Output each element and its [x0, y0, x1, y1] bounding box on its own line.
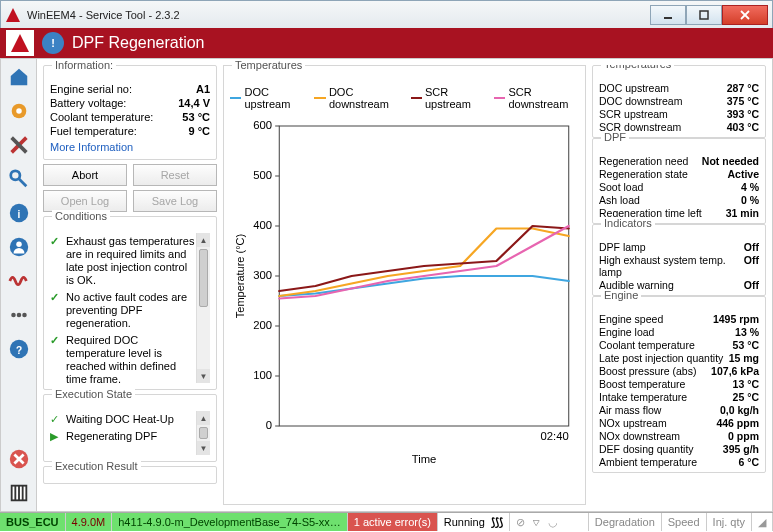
- svg-text:400: 400: [253, 219, 272, 231]
- more-information-link[interactable]: More Information: [50, 138, 210, 153]
- status-tab[interactable]: Degradation: [589, 513, 662, 531]
- legend-label: SCR upstream: [425, 86, 484, 110]
- readout-value: Off: [744, 241, 759, 253]
- temperatures-chart-panel: Temperatures DOC upstreamDOC downstreamS…: [223, 65, 586, 505]
- info-value: A1: [196, 83, 210, 95]
- svg-rect-20: [12, 487, 14, 500]
- readout-value: 13 %: [735, 326, 759, 338]
- readout-value: Not needed: [702, 155, 759, 167]
- readout-row: Late post injection quantity15 mg: [599, 351, 759, 364]
- readout-key: SCR upstream: [599, 108, 668, 120]
- sidebar-item-wave[interactable]: [5, 267, 33, 295]
- status-running: Running ⟆⟆⟆: [438, 513, 510, 531]
- sidebar-item-help[interactable]: ?: [5, 335, 33, 363]
- sidebar-item-tools[interactable]: [5, 131, 33, 159]
- scroll-thumb[interactable]: [199, 249, 208, 307]
- execution-state-panel: Execution State ✓Waiting DOC Heat-Up▶Reg…: [43, 394, 217, 462]
- status-errors[interactable]: 1 active error(s): [348, 513, 438, 531]
- sidebar-item-settings[interactable]: [5, 97, 33, 125]
- info-key: Engine serial no:: [50, 83, 132, 95]
- svg-text:200: 200: [253, 319, 272, 331]
- sidebar-item-close[interactable]: [5, 445, 33, 473]
- readout-row: Engine speed1495 rpm: [599, 312, 759, 325]
- legend-swatch: [230, 97, 241, 99]
- svg-rect-23: [23, 487, 25, 500]
- readout-row: DPF lampOff: [599, 240, 759, 253]
- open-log-button[interactable]: Open Log: [43, 190, 127, 212]
- condition-item: ✓No active fault codes are preventing DP…: [50, 289, 196, 332]
- exec-item: ▶Regenerating DPF: [50, 428, 196, 445]
- engine-panel: EngineEngine speed1495 rpmEngine load13 …: [592, 296, 766, 473]
- readout-key: NOx downstream: [599, 430, 680, 442]
- readout-value: Off: [744, 279, 759, 291]
- abort-button[interactable]: Abort: [43, 164, 127, 186]
- exec-run-icon: ▶: [50, 430, 62, 443]
- readout-row: Regeneration needNot needed: [599, 154, 759, 167]
- status-bar: BUS_ECU 4.9.0M h411-4.9.0-m_DevelopmentB…: [0, 512, 773, 531]
- status-icons: ⊘ 🜄 ◡: [510, 513, 589, 531]
- status-resize-grip[interactable]: ◢: [752, 513, 773, 531]
- readout-key: Regeneration need: [599, 155, 688, 167]
- readout-row: DEF dosing quantity395 g/h: [599, 442, 759, 455]
- exec-item: ✓Waiting DOC Heat-Up: [50, 411, 196, 428]
- readout-value: 446 ppm: [716, 417, 759, 429]
- status-bus: BUS_ECU: [0, 513, 66, 531]
- temperatures-panel: TemperaturesDOC upstream287 °CDOC downst…: [592, 65, 766, 138]
- legend-label: DOC downstream: [329, 86, 401, 110]
- readout-row: NOx downstream0 ppm: [599, 429, 759, 442]
- dpf-panel: DPFRegeneration needNot neededRegenerati…: [592, 138, 766, 224]
- readout-row: NOx upstream446 ppm: [599, 416, 759, 429]
- temperatures-legend: Temperatures: [601, 65, 674, 70]
- info-value: 9 °C: [188, 125, 210, 137]
- status-version: 4.9.0M: [66, 513, 113, 531]
- info-key: Fuel temperature:: [50, 125, 137, 137]
- execstate-scrollbar[interactable]: ▲ ▼: [196, 411, 210, 455]
- svg-point-15: [22, 313, 27, 318]
- readout-value: 4 %: [741, 181, 759, 193]
- status-tab[interactable]: Speed: [662, 513, 707, 531]
- readout-key: Coolant temperature: [599, 339, 695, 351]
- chart-legend-title: Temperatures: [232, 59, 305, 71]
- scroll-down-icon[interactable]: ▼: [197, 441, 210, 455]
- scroll-up-icon[interactable]: ▲: [197, 411, 210, 425]
- svg-point-13: [11, 313, 16, 318]
- info-value: 53 °C: [182, 111, 210, 123]
- status-tab[interactable]: Inj. qty: [707, 513, 752, 531]
- readout-key: DPF lamp: [599, 241, 646, 253]
- readout-value: 1495 rpm: [713, 313, 759, 325]
- svg-rect-21: [16, 487, 18, 500]
- conditions-scrollbar[interactable]: ▲ ▼: [196, 233, 210, 383]
- scroll-thumb[interactable]: [199, 427, 208, 439]
- sidebar-item-dots[interactable]: [5, 301, 33, 329]
- page-title: DPF Regeneration: [72, 34, 205, 52]
- readout-key: Late post injection quantity: [599, 352, 723, 364]
- save-log-button[interactable]: Save Log: [133, 190, 217, 212]
- svg-text:600: 600: [253, 119, 272, 131]
- scroll-up-icon[interactable]: ▲: [197, 233, 210, 247]
- svg-text:100: 100: [253, 369, 272, 381]
- readout-key: DOC downstream: [599, 95, 682, 107]
- readout-key: Boost pressure (abs): [599, 365, 696, 377]
- svg-text:?: ?: [15, 345, 21, 356]
- heat-icon: ⟆⟆⟆: [491, 516, 503, 529]
- readout-row: Regeneration stateActive: [599, 167, 759, 180]
- minimize-button[interactable]: [650, 5, 686, 25]
- maximize-button[interactable]: [686, 5, 722, 25]
- sidebar-item-home[interactable]: [5, 63, 33, 91]
- conditions-panel: Conditions ✓Exhaust gas temperatures are…: [43, 216, 217, 390]
- sidebar-item-info[interactable]: i: [5, 199, 33, 227]
- sidebar-item-person[interactable]: [5, 233, 33, 261]
- scroll-down-icon[interactable]: ▼: [197, 369, 210, 383]
- chart-legend-item: SCR downstream: [494, 86, 579, 110]
- reset-button[interactable]: Reset: [133, 164, 217, 186]
- svg-marker-0: [6, 8, 20, 22]
- sidebar-item-key[interactable]: [5, 165, 33, 193]
- sidebar-item-code[interactable]: [5, 479, 33, 507]
- chart-legend-item: DOC upstream: [230, 86, 304, 110]
- readout-value: 13 °C: [733, 378, 759, 390]
- svg-text:02:40: 02:40: [541, 430, 569, 442]
- svg-text:300: 300: [253, 269, 272, 281]
- close-button[interactable]: [722, 5, 768, 25]
- execution-result-panel: Execution Result: [43, 466, 217, 484]
- info-row: Engine serial no:A1: [50, 82, 210, 96]
